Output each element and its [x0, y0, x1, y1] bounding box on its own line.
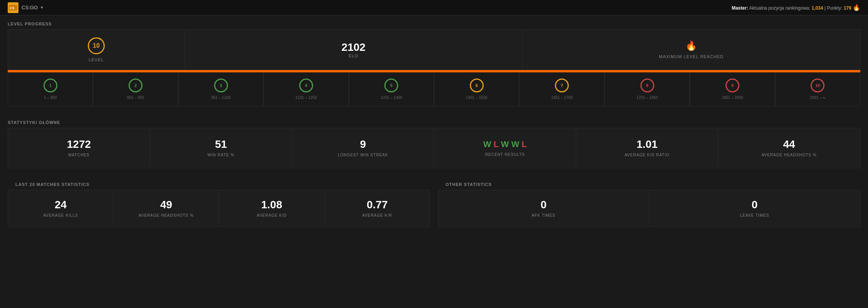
level-progress-section: LEVEL PROGRESS 10 LEVEL 2102 ELO 🔥 MAXIM…: [0, 15, 868, 106]
other-value-1: 0: [752, 199, 758, 210]
stats-cards: 1272 MATCHES 51 WIN RATE % 9 LONGEST WIN…: [8, 128, 860, 168]
last20-label-3: AVERAGE K/R: [362, 213, 392, 218]
last20-card-1: 49 AVERAGE HEADSHOTS %: [114, 190, 219, 227]
max-level-flame-icon: 🔥: [685, 40, 697, 51]
last20-card-3: 0.77 AVERAGE K/R: [325, 190, 430, 227]
level-range-item-4: 4 1101 – 1250: [263, 72, 349, 106]
level-range-item-8: 8 1701 – 1850: [605, 72, 690, 106]
points-separator: | Punkty:: [824, 5, 842, 11]
range-gauge-6: 6: [470, 79, 484, 92]
level-label: LEVEL: [89, 57, 104, 62]
main-stats-section: STATYSTYKI GŁÓWNE 1272 MATCHES 51 WIN RA…: [0, 114, 868, 168]
last20-value-0: 24: [55, 199, 67, 210]
range-text-8: 1701 – 1850: [637, 95, 658, 100]
recent-results-value: W L W W L: [483, 139, 527, 149]
stat-label-2: LONGEST WIN STREAK: [338, 153, 388, 157]
level-range-item-3: 3 951 – 1100: [178, 72, 263, 106]
other-stats-col: OTHER STATISTICS 0 AFK TIMES 0 LEAVE TIM…: [438, 176, 860, 227]
stat-label-4: AVERAGE K/D RATIO: [625, 153, 670, 157]
level-badge: 10: [88, 37, 105, 54]
range-gauge-3: 3: [214, 79, 228, 92]
rank-label: Master:: [732, 5, 748, 11]
range-text-1: 1 – 800: [44, 95, 57, 100]
level-range-item-2: 2 801 – 950: [93, 72, 178, 106]
level-progress-label: LEVEL PROGRESS: [0, 15, 868, 29]
stat-card-1: 51 WIN RATE %: [150, 128, 292, 168]
range-gauge-5: 5: [384, 79, 398, 92]
max-level-label: MAXIMUM LEVEL REACHED: [659, 54, 724, 59]
level-cards: 10 LEVEL 2102 ELO 🔥 MAXIMUM LEVEL REACHE…: [8, 29, 860, 70]
range-gauge-10: 10: [811, 79, 824, 92]
range-gauge-2: 2: [129, 79, 142, 92]
stat-value-4: 1.01: [637, 139, 658, 150]
range-gauge-7: 7: [555, 79, 569, 92]
level-ranges: 1 1 – 800 2 801 – 950 3 951 – 1100 4 110…: [8, 72, 860, 106]
range-text-3: 951 – 1100: [211, 95, 230, 100]
result-W: W: [501, 139, 509, 149]
stat-label-1: WIN RATE %: [208, 153, 235, 157]
level-range-item-5: 5 1251 – 1400: [349, 72, 434, 106]
range-gauge-9: 9: [726, 79, 739, 92]
level-range-item-6: 6 1401 – 1550: [434, 72, 519, 106]
bottom-section: LAST 20 MATCHES STATISTICS 24 AVERAGE KI…: [0, 176, 868, 227]
other-stats-label: OTHER STATISTICS: [438, 176, 860, 190]
range-text-6: 1401 – 1550: [466, 95, 488, 100]
result-W: W: [483, 139, 491, 149]
stat-card-5: 44 AVERAGE HEADSHOTS %: [718, 128, 860, 168]
level-range-item-10: 10 2001 – ∞: [775, 72, 860, 106]
rank-value: 1,034: [811, 5, 823, 11]
range-text-10: 2001 – ∞: [810, 95, 826, 100]
range-text-2: 801 – 950: [127, 95, 144, 100]
logo-area: CS CS:GO ▾: [8, 2, 43, 13]
range-gauge-8: 8: [640, 79, 654, 92]
level-range-item-7: 7 1551 – 1700: [519, 72, 604, 106]
logo-text[interactable]: CS:GO: [22, 5, 38, 10]
level-card-left: 10 LEVEL: [8, 29, 185, 70]
other-value-0: 0: [541, 199, 547, 210]
level-range-item-1: 1 1 – 800: [8, 72, 93, 106]
logo-chevron[interactable]: ▾: [41, 5, 43, 10]
points-value: 179: [844, 5, 851, 11]
result-L: L: [494, 139, 499, 149]
other-label-1: LEAVE TIMES: [740, 213, 769, 218]
last20-value-2: 1.08: [261, 199, 282, 210]
flame-icon: 🔥: [853, 4, 860, 11]
last20-label-1: AVERAGE HEADSHOTS %: [139, 213, 194, 218]
last20-label-2: AVERAGE K/D: [256, 213, 287, 218]
stat-label-3: RECENT RESULTS: [485, 152, 525, 157]
stat-value-2: 9: [360, 139, 366, 150]
level-card-max: 🔥 MAXIMUM LEVEL REACHED: [523, 29, 860, 70]
stat-label-5: AVERAGE HEADSHOTS %: [761, 153, 816, 157]
stat-card-0: 1272 MATCHES: [8, 128, 150, 168]
top-header: CS CS:GO ▾ Master: Aktualna pozycja rank…: [0, 0, 868, 15]
range-text-4: 1101 – 1250: [295, 95, 317, 100]
last-20-cards: 24 AVERAGE KILLS 49 AVERAGE HEADSHOTS % …: [8, 190, 430, 227]
other-label-0: AFK TIMES: [532, 213, 556, 218]
other-card-0: 0 AFK TIMES: [438, 190, 649, 227]
stat-value-0: 1272: [67, 139, 91, 150]
range-gauge-4: 4: [299, 79, 313, 92]
last-20-label: LAST 20 MATCHES STATISTICS: [8, 176, 430, 190]
elo-value: 2102: [342, 41, 365, 54]
range-text-5: 1251 – 1400: [381, 95, 402, 100]
csgo-logo-icon: CS: [8, 2, 18, 13]
last20-card-2: 1.08 AVERAGE K/D: [219, 190, 325, 227]
stat-value-5: 44: [783, 139, 795, 150]
range-text-9: 1851 – 2000: [722, 95, 743, 100]
stat-label-0: MATCHES: [68, 153, 89, 157]
range-gauge-1: 1: [44, 79, 57, 92]
stat-card-4: 1.01 AVERAGE K/D RATIO: [576, 128, 718, 168]
other-stats-cards: 0 AFK TIMES 0 LEAVE TIMES: [438, 190, 860, 227]
rank-info: Master: Aktualna pozycja rankingowa: 1,0…: [732, 4, 860, 11]
last20-label-0: AVERAGE KILLS: [43, 213, 78, 218]
rank-description: Aktualna pozycja rankingowa:: [749, 5, 810, 11]
elo-label: ELO: [349, 54, 358, 58]
last20-card-0: 24 AVERAGE KILLS: [8, 190, 114, 227]
level-card-elo: 2102 ELO: [185, 29, 523, 70]
svg-text:CS: CS: [10, 6, 15, 10]
last20-value-1: 49: [160, 199, 172, 210]
range-text-7: 1551 – 1700: [551, 95, 573, 100]
main-stats-label: STATYSTYKI GŁÓWNE: [0, 114, 868, 128]
level-range-item-9: 9 1851 – 2000: [690, 72, 775, 106]
other-card-1: 0 LEAVE TIMES: [649, 190, 860, 227]
